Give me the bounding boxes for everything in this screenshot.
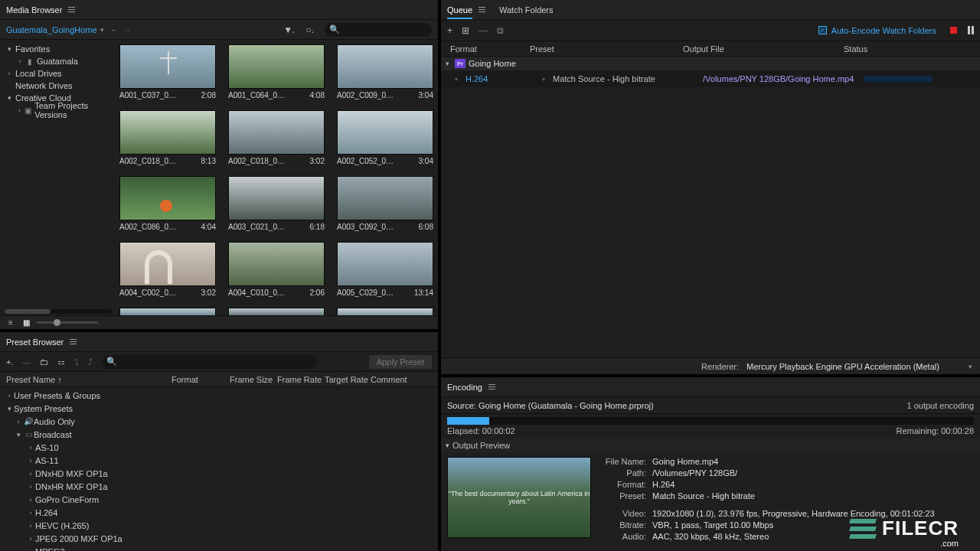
clip-thumbnail bbox=[228, 176, 325, 220]
filter-icon[interactable]: ▼. bbox=[283, 24, 295, 35]
search-input[interactable]: 🔍 bbox=[325, 23, 432, 37]
tab-queue[interactable]: Queue bbox=[447, 5, 472, 19]
duplicate-icon[interactable]: ⧉ bbox=[497, 25, 504, 36]
queue-item[interactable]: ▾ H.264 ▾ Match Source - High bitrate /V… bbox=[441, 70, 980, 87]
clip-item[interactable] bbox=[228, 308, 325, 315]
add-preset-icon[interactable]: +. bbox=[6, 357, 13, 367]
clip-name: A002_C052_0922... bbox=[337, 157, 397, 165]
clip-name: A003_C092_0923... bbox=[337, 223, 397, 231]
clip-item[interactable]: A002_C009_09222...3:04 bbox=[337, 44, 433, 99]
audio-icon: 🔊 bbox=[23, 417, 34, 425]
media-tree[interactable]: ▾Favorites ›▮Guatamala ›Local Drives Net… bbox=[0, 40, 115, 315]
clip-name: A004_C002_0924... bbox=[119, 289, 179, 297]
nav-forward-icon[interactable]: → bbox=[123, 25, 132, 34]
preset-item[interactable]: HEVC (H.265) bbox=[35, 521, 89, 530]
preset-item[interactable]: DNxHR MXF OP1a bbox=[35, 482, 108, 491]
clip-item[interactable] bbox=[119, 308, 216, 315]
queue-item-output[interactable]: /Volumes/PNY 128GB/Going Home.mp4 bbox=[703, 74, 864, 83]
clip-item[interactable]: A004_C002_0924...3:02 bbox=[119, 242, 216, 297]
tree-network-drives[interactable]: Network Drives bbox=[15, 81, 73, 90]
queue-group-label: Going Home bbox=[469, 59, 516, 68]
apply-preset-button[interactable]: Apply Preset bbox=[369, 355, 432, 369]
remove-icon[interactable]: — bbox=[479, 25, 488, 36]
clip-item[interactable] bbox=[337, 308, 433, 315]
preset-item[interactable]: JPEG 2000 MXF OP1a bbox=[35, 534, 122, 543]
export-icon[interactable]: ⤴ bbox=[88, 357, 93, 367]
elapsed-time: Elapsed: 00:00:02 bbox=[447, 426, 515, 435]
clip-item[interactable]: A003_C021_0923...6:18 bbox=[228, 176, 325, 231]
clip-thumbnail bbox=[337, 110, 433, 155]
clip-item[interactable]: A002_C052_0922...3:04 bbox=[337, 110, 433, 165]
broadcast-icon: ▭ bbox=[23, 430, 34, 439]
tab-watch-folders[interactable]: Watch Folders bbox=[499, 5, 554, 19]
clip-name: A005_C029_0925... bbox=[337, 289, 397, 297]
tree-team-projects[interactable]: Team Projects Versions bbox=[34, 101, 113, 119]
thumb-size-slider[interactable] bbox=[37, 321, 98, 324]
output-preview-toggle[interactable]: ▾Output Preview bbox=[441, 439, 980, 452]
queue-item-format[interactable]: H.264 bbox=[466, 74, 542, 83]
pause-button[interactable] bbox=[968, 26, 974, 34]
auto-encode-label: Auto-Encode Watch Folders bbox=[831, 26, 936, 35]
preset-item[interactable]: DNxHD MXF OP1a bbox=[35, 469, 108, 478]
preset-item[interactable]: AS-10 bbox=[35, 443, 59, 452]
preset-search-input[interactable]: 🔍 bbox=[102, 355, 316, 369]
clip-duration: 3:02 bbox=[201, 289, 216, 297]
clip-item[interactable]: A002_C018_0922...8:13 bbox=[119, 110, 216, 165]
chevron-down-icon: ▾ bbox=[100, 26, 104, 34]
preset-user-group[interactable]: User Presets & Groups bbox=[14, 391, 100, 400]
clip-thumbnail bbox=[228, 44, 325, 89]
clip-name: A004_C010_0924... bbox=[228, 289, 288, 297]
progress-bar bbox=[864, 76, 933, 82]
nav-back-icon[interactable]: ← bbox=[110, 25, 119, 34]
premiere-project-icon: Pr bbox=[455, 59, 466, 68]
clip-name: A002_C009_09222... bbox=[337, 91, 397, 99]
clip-item[interactable]: A002_C018_0922...3:02 bbox=[228, 110, 325, 165]
preset-item[interactable]: H.264 bbox=[35, 508, 57, 517]
list-view-icon[interactable]: ≡ bbox=[6, 318, 15, 328]
new-group-icon[interactable]: 🗀 bbox=[40, 357, 48, 367]
clip-name: A002_C018_0922... bbox=[228, 157, 288, 165]
stop-button[interactable] bbox=[950, 27, 957, 34]
renderer-dropdown[interactable]: Mercury Playback Engine GPU Acceleration… bbox=[746, 362, 961, 371]
preset-broadcast[interactable]: Broadcast bbox=[34, 430, 72, 439]
clip-item[interactable]: A004_C010_0924...2:06 bbox=[228, 242, 325, 297]
queue-item-preset[interactable]: Match Source - High bitrate bbox=[553, 74, 703, 83]
clip-item[interactable]: A001_C037_0921...2:08 bbox=[119, 44, 216, 99]
settings-icon[interactable]: ⚏ bbox=[57, 357, 65, 367]
queue-group[interactable]: ▾ Pr Going Home bbox=[441, 57, 980, 70]
panel-menu-icon[interactable] bbox=[68, 7, 75, 12]
auto-encode-checkbox[interactable]: ✓ bbox=[818, 26, 827, 34]
clip-thumbnail bbox=[119, 110, 216, 155]
clip-duration: 2:06 bbox=[310, 289, 325, 297]
ingest-icon[interactable]: ○. bbox=[305, 24, 314, 35]
clip-item[interactable]: A001_C064_0922...4:08 bbox=[228, 44, 325, 99]
preset-system-group[interactable]: System Presets bbox=[14, 404, 73, 413]
tree-scrollbar[interactable] bbox=[5, 309, 112, 314]
clip-item[interactable]: A003_C092_0923...6:08 bbox=[337, 176, 433, 231]
chevron-down-icon[interactable]: ▾ bbox=[542, 76, 550, 83]
panel-menu-icon[interactable] bbox=[488, 384, 495, 390]
remove-preset-icon[interactable]: — bbox=[22, 357, 31, 367]
add-source-icon[interactable]: + bbox=[447, 25, 452, 36]
clip-item[interactable]: A002_C086_0922...4:04 bbox=[119, 176, 216, 231]
preset-browser-title: Preset Browser bbox=[6, 337, 64, 347]
add-output-icon[interactable]: ⊞ bbox=[462, 25, 469, 36]
project-icon: ▣ bbox=[24, 106, 34, 115]
chevron-down-icon[interactable]: ▾ bbox=[455, 76, 462, 83]
preset-item[interactable]: MPEG2 bbox=[35, 547, 65, 552]
thumb-view-icon[interactable]: ▦ bbox=[21, 318, 31, 328]
preset-item[interactable]: GoPro CineForm bbox=[35, 495, 99, 504]
panel-menu-icon[interactable] bbox=[479, 7, 485, 12]
path-dropdown[interactable]: Guatemala_GoingHome ▾ bbox=[6, 25, 104, 34]
clip-grid[interactable]: A001_C037_0921...2:08A001_C064_0922...4:… bbox=[115, 40, 438, 315]
import-icon[interactable]: ⤵ bbox=[74, 357, 79, 367]
tree-favorites[interactable]: Favorites bbox=[15, 44, 50, 54]
chevron-down-icon: ▾ bbox=[969, 363, 972, 370]
preset-audio[interactable]: Audio Only bbox=[34, 417, 75, 426]
preset-item[interactable]: AS-11 bbox=[35, 456, 59, 465]
tree-guatamala[interactable]: Guatamala bbox=[37, 57, 78, 66]
panel-menu-icon[interactable] bbox=[70, 339, 77, 344]
clip-duration: 13:14 bbox=[414, 289, 433, 297]
tree-local-drives[interactable]: Local Drives bbox=[15, 69, 62, 78]
clip-item[interactable]: A005_C029_0925...13:14 bbox=[337, 242, 433, 297]
